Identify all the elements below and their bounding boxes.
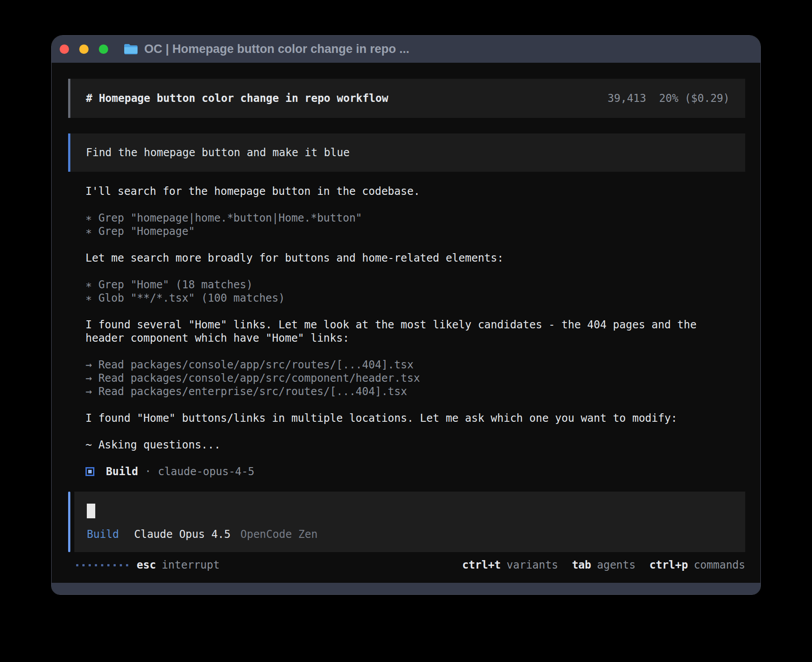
session-header: # Homepage button color change in repo w… [68,79,745,118]
user-message: Find the homepage button and make it blu… [68,133,745,172]
spinner-dot [101,564,103,566]
session-title: # Homepage button color change in repo w… [86,92,388,105]
input-agent-label: Build [87,528,119,541]
input-footer: Build Claude Opus 4.5 OpenCode Zen [87,528,745,541]
text-cursor [87,504,95,518]
window-bottom-edge [52,583,760,594]
status-separator: · [145,465,151,478]
input-accent-bar [68,492,70,552]
shortcut-agents: tab agents [572,558,636,572]
shortcut-key: esc [137,558,156,572]
prompt-input[interactable]: Build Claude Opus 4.5 OpenCode Zen [74,492,745,552]
spinner-dot [89,564,91,566]
terminal-window: OC | Homepage button color change in rep… [51,35,761,595]
shortcut-key: ctrl+t [462,558,501,572]
read-file-line: → Read packages/console/app/src/componen… [85,371,745,385]
session-cost: ($0.29) [685,92,730,105]
agent-name: Build [106,465,138,478]
tool-call-line: ∗ Grep "homepage|home.*button|Home.*butt… [85,211,745,225]
shortcut-label: interrupt [162,558,219,572]
assistant-line: I found "Home" buttons/links in multiple… [85,412,745,425]
shortcut-commands: ctrl+p commands [650,558,745,572]
spinner-dot [126,564,128,566]
shortcut-key: tab [572,558,591,572]
spinner-dot [95,564,97,566]
session-stats: 39,413 20% ($0.29) [608,92,730,105]
prompt-input-area: Build Claude Opus 4.5 OpenCode Zen [68,492,745,552]
input-provider-label: OpenCode Zen [240,528,317,541]
assistant-output: I'll search for the homepage button in t… [68,185,745,478]
titlebar[interactable]: OC | Homepage button color change in rep… [52,36,760,63]
tool-call-line: ∗ Grep "Homepage" [85,225,745,238]
shortcut-hints: ctrl+t variants tab agents ctrl+p comman… [462,558,745,572]
close-button[interactable] [60,44,69,54]
shortcut-label: variants [507,558,558,572]
context-percent: 20% [659,92,678,105]
spinner-dots [76,564,128,566]
token-count: 39,413 [608,92,646,105]
model-name: claude-opus-4-5 [158,465,255,478]
shortcut-key: ctrl+p [650,558,688,572]
build-agent-icon [85,467,94,476]
shortcut-variants: ctrl+t variants [462,558,558,572]
tool-call-line: ∗ Grep "Home" (18 matches) [85,278,745,291]
spinner-dot [76,564,78,566]
traffic-lights [60,44,108,54]
read-file-line: → Read packages/enterprise/src/routes/[.… [85,385,745,398]
minimize-button[interactable] [79,44,89,54]
agent-status: Build · claude-opus-4-5 [85,465,745,478]
shortcut-label: commands [694,558,745,572]
assistant-line: ~ Asking questions... [85,438,745,452]
folder-icon [123,43,138,56]
assistant-line: I'll search for the homepage button in t… [85,185,745,198]
status-bar: esc interrupt ctrl+t variants tab agents… [68,558,745,572]
read-file-line: → Read packages/console/app/src/routes/[… [85,358,745,371]
spinner-dot [82,564,85,566]
terminal-content: # Homepage button color change in repo w… [52,63,760,583]
assistant-line: Let me search more broadly for buttons a… [85,251,745,265]
spinner-dot [120,564,122,566]
user-message-text: Find the homepage button and make it blu… [86,146,349,159]
window-title: OC | Homepage button color change in rep… [144,42,410,56]
shortcut-interrupt: esc interrupt [137,558,219,572]
spinner-dot [107,564,110,566]
zoom-button[interactable] [99,44,108,54]
spinner-dot [114,564,116,566]
shortcut-label: agents [597,558,636,572]
assistant-line: I found several "Home" links. Let me loo… [85,318,718,345]
tool-call-line: ∗ Glob "**/*.tsx" (100 matches) [85,291,745,305]
input-model-label: Claude Opus 4.5 [134,528,231,541]
